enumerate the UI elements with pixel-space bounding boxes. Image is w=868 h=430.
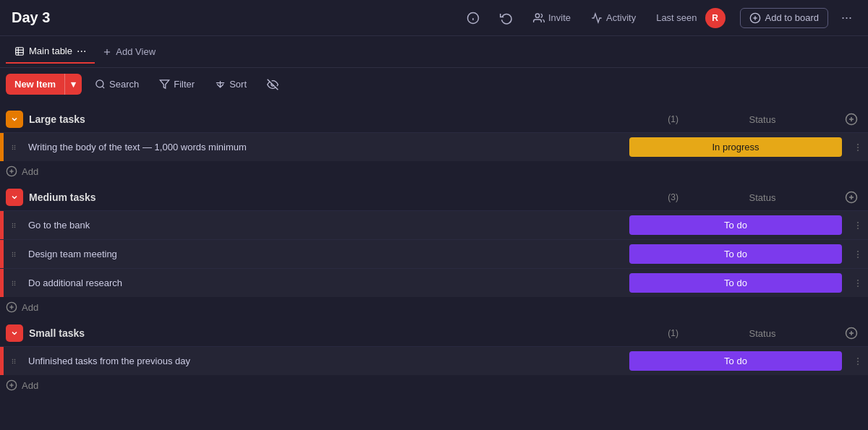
more-options-button[interactable]: ··· <box>837 7 856 28</box>
chevron-down-icon <box>10 329 19 337</box>
svg-point-37 <box>12 223 14 224</box>
group-table-body-large-tasks: Writing the body of the text — 1,000 wor… <box>0 132 868 161</box>
new-item-button[interactable]: New Item ▾ <box>6 74 82 95</box>
status-cell[interactable]: To do <box>624 241 848 267</box>
svg-point-62 <box>857 283 859 284</box>
group-add-col-medium-tasks[interactable] <box>841 191 862 204</box>
group-status-label-small-tasks: Status <box>690 328 835 339</box>
status-cell[interactable]: In progress <box>624 134 848 160</box>
group-collapse-btn-small-tasks[interactable] <box>6 324 23 342</box>
status-cell[interactable]: To do <box>624 212 848 238</box>
group-header-small-tasks[interactable]: Small tasks(1)Status <box>0 320 868 346</box>
row-name: Go to the bank <box>24 214 624 236</box>
plus-icon <box>102 47 112 57</box>
activity-button[interactable]: Activity <box>585 9 642 27</box>
add-label: Add <box>22 380 38 391</box>
new-item-caret[interactable]: ▾ <box>64 74 82 95</box>
svg-point-39 <box>12 225 14 226</box>
group-status-label-medium-tasks: Status <box>690 192 835 203</box>
group-collapse-btn-large-tasks[interactable] <box>6 111 23 128</box>
sort-label: Sort <box>229 79 247 90</box>
svg-point-71 <box>14 358 16 360</box>
row-drag-handle[interactable] <box>4 357 24 366</box>
svg-point-63 <box>857 285 859 287</box>
table-row[interactable]: Go to the bankTo do <box>0 210 868 239</box>
svg-point-43 <box>857 222 859 223</box>
svg-point-26 <box>12 148 14 150</box>
last-seen-area: Last seen R <box>650 5 731 31</box>
svg-point-74 <box>12 362 14 364</box>
row-drag-handle[interactable] <box>4 250 24 259</box>
svg-point-60 <box>14 284 16 285</box>
invite-button[interactable]: Invite <box>527 9 576 27</box>
row-more-button[interactable] <box>848 356 868 366</box>
group-add-col-small-tasks[interactable] <box>841 327 862 340</box>
row-name: Do additional research <box>24 272 624 294</box>
add-row-medium-tasks[interactable]: Add <box>0 297 868 317</box>
chevron-down-icon <box>10 115 19 124</box>
plus-circle-icon <box>845 191 858 204</box>
plus-circle-icon <box>6 379 17 391</box>
add-row-small-tasks[interactable]: Add <box>0 375 868 395</box>
row-name: Unfinished tasks from the previous day <box>24 350 624 372</box>
refresh-button[interactable] <box>494 9 519 27</box>
add-to-board-button[interactable]: Add to board <box>740 8 828 28</box>
svg-point-29 <box>857 147 859 148</box>
group-medium-tasks: Medium tasks(3)StatusGo to the bankTo do… <box>0 184 868 317</box>
row-drag-handle[interactable] <box>4 279 24 288</box>
table-row[interactable]: Design team meetingTo do <box>0 239 868 268</box>
filter-label: Filter <box>174 79 195 90</box>
status-cell[interactable]: To do <box>624 270 848 296</box>
info-button[interactable] <box>461 9 485 27</box>
eye-off-icon <box>267 79 278 90</box>
group-add-col-large-tasks[interactable] <box>841 113 862 126</box>
filter-button[interactable]: Filter <box>152 74 202 94</box>
row-more-button[interactable] <box>848 142 868 152</box>
row-more-button[interactable] <box>848 249 868 259</box>
refresh-icon <box>500 12 513 25</box>
sort-button[interactable]: Sort <box>208 74 254 94</box>
grip-icon <box>9 250 18 259</box>
svg-point-41 <box>12 226 14 228</box>
group-header-medium-tasks[interactable]: Medium tasks(3)Status <box>0 184 868 210</box>
sort-icon <box>215 79 226 90</box>
group-count-large-tasks: (1) <box>668 114 678 124</box>
more-icon <box>853 220 863 231</box>
svg-point-76 <box>857 358 859 359</box>
svg-point-55 <box>12 280 14 282</box>
tab-main-table[interactable]: Main table ··· <box>6 40 95 64</box>
group-title-small-tasks: Small tasks <box>29 327 668 339</box>
plus-circle-icon <box>6 301 17 313</box>
add-view-button[interactable]: Add View <box>95 42 163 61</box>
table-row[interactable]: Unfinished tasks from the previous dayTo… <box>0 346 868 375</box>
group-small-tasks: Small tasks(1)StatusUnfinished tasks fro… <box>0 320 868 395</box>
add-label: Add <box>22 302 38 313</box>
status-cell[interactable]: To do <box>624 348 848 374</box>
group-header-large-tasks[interactable]: Large tasks(1)Status <box>0 106 868 132</box>
row-more-button[interactable] <box>848 278 868 288</box>
hide-button[interactable] <box>260 74 286 95</box>
svg-point-25 <box>14 147 16 148</box>
svg-point-50 <box>12 255 14 257</box>
svg-point-72 <box>12 361 14 362</box>
svg-point-56 <box>14 280 16 282</box>
plus-circle-icon <box>6 165 17 177</box>
chevron-down-icon <box>10 193 19 202</box>
add-row-large-tasks[interactable]: Add <box>0 161 868 181</box>
search-button[interactable]: Search <box>88 74 146 94</box>
table-row[interactable]: Do additional researchTo do <box>0 268 868 297</box>
svg-point-23 <box>14 145 16 146</box>
table-row[interactable]: Writing the body of the text — 1,000 wor… <box>0 132 868 161</box>
toolbar: New Item ▾ Search Filter Sort <box>0 68 868 100</box>
svg-point-40 <box>14 225 16 226</box>
row-drag-handle[interactable] <box>4 221 24 230</box>
add-to-board-label: Add to board <box>765 12 819 23</box>
svg-point-44 <box>857 225 859 226</box>
group-table-body-small-tasks: Unfinished tasks from the previous dayTo… <box>0 346 868 375</box>
row-drag-handle[interactable] <box>4 143 24 152</box>
group-collapse-btn-medium-tasks[interactable] <box>6 189 23 206</box>
activity-icon <box>591 12 603 24</box>
group-table-body-medium-tasks: Go to the bankTo doDesign team meetingTo… <box>0 210 868 297</box>
row-more-button[interactable] <box>848 220 868 231</box>
svg-point-22 <box>12 145 14 146</box>
